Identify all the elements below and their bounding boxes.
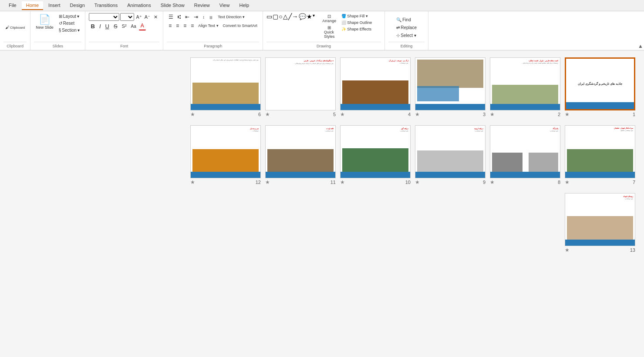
clear-format-button[interactable]: ✕ [152,13,159,21]
tab-help[interactable]: Help [235,1,253,10]
align-center-button[interactable]: ≡ [174,22,181,30]
decrease-indent-button[interactable]: ⇤ [183,13,191,21]
arrange-button[interactable]: ⊡ Arrange [320,13,338,24]
shape-effects-button[interactable]: ✨ Shape Effects [340,26,374,32]
line-spacing-button[interactable]: ↕ [201,14,206,20]
shape-oval[interactable]: ○ [279,13,282,20]
tab-slideshow[interactable]: Slide Show [156,1,189,10]
paragraph-label: Paragraph [167,42,259,48]
slide-item-6[interactable]: متن اصلی محتوا در اینجا قرار دارد با اطل… [190,57,261,118]
align-text-button[interactable]: Align Text ▾ [196,23,220,29]
numbering-button[interactable]: ⑆ [176,13,182,21]
slide-thumb-10[interactable]: دریاچه گهر متن توضیحی... [340,125,411,178]
slide-thumb-6[interactable]: متن اصلی محتوا در اینجا قرار دارد با اطل… [190,57,261,110]
slide-thumb-3[interactable] [415,57,486,110]
slide-item-10[interactable]: دریاچه گهر متن توضیحی... ★ 10 [340,125,411,186]
shape-line[interactable]: ╱ [288,13,292,20]
tab-animations[interactable]: Animations [123,1,155,10]
shape-fill-icon: 🪣 [341,14,346,18]
slide-star-12: ★ [190,179,195,185]
decrease-font-button[interactable]: A⁻ [144,14,151,20]
align-left-button[interactable]: ≡ [167,22,173,30]
increase-indent-button[interactable]: ⇥ [192,13,200,21]
slides-panel[interactable]: متن اصلی محتوا در اینجا قرار دارد با اطل… [0,50,644,357]
slide-star-13: ★ [565,247,570,253]
shape-outline-button[interactable]: ⬜ Shape Outline [340,20,374,26]
shape-more[interactable]: ▾ [313,13,315,20]
shadow-button[interactable]: S² [120,23,128,30]
tab-insert[interactable]: Insert [44,1,65,10]
shape-fill-button[interactable]: 🪣 Shape Fill ▾ [340,13,374,19]
collapse-ribbon-button[interactable]: ▲ [638,43,643,49]
columns-button[interactable]: ⫼ [207,14,215,20]
bullets-button[interactable]: ☰ [167,13,175,21]
slide-item-3[interactable]: ★ 3 [415,57,486,118]
slide-thumb-11[interactable]: قلعه لودت متن توضیحی... [265,125,336,178]
shape-rounded-rect[interactable]: ▢ [273,13,278,20]
slide-item-13[interactable]: روستای شهداد متن توضیحی... ★ 13 [565,193,635,254]
slide-num-10: 10 [405,180,411,185]
section-button[interactable]: § Section ▾ [57,27,82,33]
shape-star[interactable]: ★ [307,13,312,20]
bold-button[interactable]: B [89,22,96,30]
slide-item-7[interactable]: میراث‌ابتکار قهوان - فطیفان متن توضیحی م… [565,125,635,186]
slide-thumb-12[interactable]: سی و سه پل توضیحات... [190,125,261,178]
slide-item-12[interactable]: سی و سه پل توضیحات... ★ 12 [190,125,261,186]
slide-item-4[interactable]: ارگ بم - جیرفت - ارزش آن متن توضیحات... … [340,57,411,118]
slide-item-5[interactable]: ● سنگنوشته‌های دو آبادک - فروس - فارس مت… [265,57,336,118]
slide-num-12: 12 [256,180,261,185]
slide-item-1[interactable]: جاذبه های تاریخی و گردشگری ایران ★ 1 [565,57,635,118]
shape-callout[interactable]: 💬 [299,13,306,20]
slide-item-8[interactable]: پاسارگاد متن توضیحی... ★ 8 [490,125,560,186]
tab-file[interactable]: File [4,1,21,10]
drawing-section: ▭ ▢ ○ △ ╱ → 💬 ★ ▾ ⊡ Arrange ⊞ QuickStyle… [263,11,385,50]
slide-item-2[interactable]: کعبت معلقه فارس - شیراز - قصبت عملکرد تو… [490,57,560,118]
font-size-select[interactable] [120,13,134,21]
slide-thumb-7[interactable]: میراث‌ابتکار قهوان - فطیفان متن توضیحی م… [565,125,635,178]
reset-icon: ↺ [59,21,62,26]
slide-thumb-13[interactable]: روستای شهداد متن توضیحی... [565,193,635,246]
slide-item-9[interactable]: دریاچه ارومیه متن توضیحی... ★ 9 [415,125,486,186]
find-icon: 🔍 [396,17,401,22]
strikethrough-button[interactable]: S [112,22,119,30]
shape-rect[interactable]: ▭ [266,13,272,20]
text-direction-button[interactable]: Text Direction ▾ [216,14,246,20]
layout-button[interactable]: ⊞ Layout ▾ [57,13,82,20]
format-painter-button[interactable]: 🖌 Clipboard [3,24,27,30]
tab-design[interactable]: Design [66,1,89,10]
shape-triangle[interactable]: △ [283,13,288,20]
slide-footer-9: ★ 9 [415,178,486,186]
shape-arrow[interactable]: → [292,13,298,20]
tab-view[interactable]: View [215,1,234,10]
slide-thumb-8[interactable]: پاسارگاد متن توضیحی... [490,125,560,178]
layout-icon: ⊞ [59,14,62,19]
font-family-select[interactable] [89,13,119,21]
slide-thumb-9[interactable]: دریاچه ارومیه متن توضیحی... [415,125,486,178]
select-icon: ⊹ [396,33,400,38]
reset-button[interactable]: ↺ Reset [57,20,82,27]
replace-button[interactable]: ⇄ Replace [394,24,418,31]
justify-button[interactable]: ≡ [189,22,196,30]
tab-review[interactable]: Review [190,1,214,10]
quick-styles-button[interactable]: ⊞ QuickStyles [320,24,338,40]
italic-button[interactable]: I [98,22,103,30]
slide-thumb-4[interactable]: ارگ بم - جیرفت - ارزش آن متن توضیحات... [340,57,411,110]
select-button[interactable]: ⊹ Select ▾ [394,32,418,39]
slide-star-3: ★ [415,111,420,117]
underline-button[interactable]: U [104,22,111,30]
font-color-button[interactable]: A [139,22,146,30]
convert-smartart-button[interactable]: Convert to SmartArt [221,23,260,29]
tab-transitions[interactable]: Transitions [90,1,122,10]
slide-item-11[interactable]: قلعه لودت متن توضیحی... ★ 11 [265,125,336,186]
align-right-button[interactable]: ≡ [182,22,188,30]
slide-thumb-5[interactable]: ● سنگنوشته‌های دو آبادک - فروس - فارس مت… [265,57,336,110]
slide-num-1: 1 [633,112,635,117]
change-case-button[interactable]: Aa [129,23,138,30]
find-button[interactable]: 🔍 Find [394,17,418,23]
ribbon-tabs: File Home Insert Design Transitions Anim… [0,0,644,11]
slide-thumb-1[interactable]: جاذبه های تاریخی و گردشگری ایران [565,57,635,110]
slide-thumb-2[interactable]: کعبت معلقه فارس - شیراز - قصبت عملکرد تو… [490,57,560,110]
new-slide-button[interactable]: 📄 New Slide [34,13,55,30]
tab-home[interactable]: Home [22,1,43,10]
increase-font-button[interactable]: A⁺ [135,14,142,20]
